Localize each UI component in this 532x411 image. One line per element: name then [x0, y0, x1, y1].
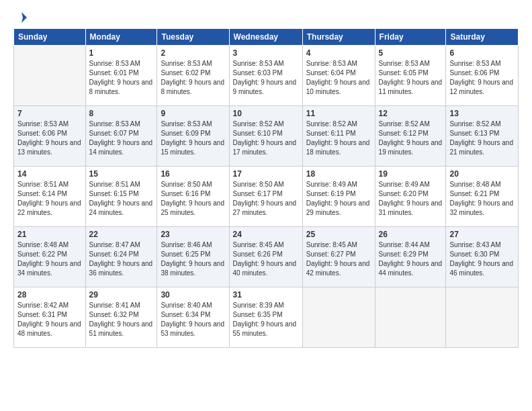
calendar-cell: 19Sunrise: 8:49 AMSunset: 6:20 PMDayligh… [375, 167, 446, 227]
calendar-cell: 17Sunrise: 8:50 AMSunset: 6:17 PMDayligh… [229, 167, 302, 227]
day-number: 17 [233, 169, 299, 179]
day-info: Sunrise: 8:53 AMSunset: 6:09 PMDaylight:… [161, 120, 225, 157]
day-number: 26 [379, 230, 443, 239]
weekday-header-tuesday: Tuesday [157, 29, 229, 46]
weekday-header-row: SundayMondayTuesdayWednesdayThursdayFrid… [14, 29, 519, 46]
day-number: 19 [379, 169, 443, 179]
calendar-cell: 28Sunrise: 8:42 AMSunset: 6:31 PMDayligh… [14, 287, 86, 348]
day-number: 2 [161, 48, 225, 58]
calendar-cell: 16Sunrise: 8:50 AMSunset: 6:16 PMDayligh… [157, 167, 229, 227]
day-number: 18 [306, 169, 371, 179]
calendar-cell: 11Sunrise: 8:52 AMSunset: 6:11 PMDayligh… [302, 106, 375, 167]
day-number: 13 [449, 109, 515, 118]
calendar-week-row: 14Sunrise: 8:51 AMSunset: 6:14 PMDayligh… [14, 167, 519, 227]
calendar-cell: 26Sunrise: 8:44 AMSunset: 6:29 PMDayligh… [375, 227, 446, 287]
calendar-cell: 8Sunrise: 8:53 AMSunset: 6:07 PMDaylight… [85, 106, 157, 167]
day-number: 10 [233, 109, 299, 118]
calendar-cell: 12Sunrise: 8:52 AMSunset: 6:12 PMDayligh… [375, 106, 446, 167]
day-number: 6 [449, 48, 515, 58]
weekday-header-sunday: Sunday [14, 29, 86, 46]
header [13, 11, 519, 21]
day-info: Sunrise: 8:53 AMSunset: 6:02 PMDaylight:… [161, 59, 225, 97]
calendar-cell: 30Sunrise: 8:40 AMSunset: 6:34 PMDayligh… [157, 287, 229, 348]
day-info: Sunrise: 8:42 AMSunset: 6:31 PMDaylight:… [17, 301, 82, 338]
day-number: 11 [306, 109, 371, 118]
weekday-header-saturday: Saturday [446, 29, 519, 46]
logo-icon [15, 11, 28, 24]
day-number: 3 [233, 48, 299, 58]
calendar-cell: 31Sunrise: 8:39 AMSunset: 6:35 PMDayligh… [229, 287, 302, 348]
calendar-cell: 5Sunrise: 8:53 AMSunset: 6:05 PMDaylight… [375, 46, 446, 106]
day-info: Sunrise: 8:49 AMSunset: 6:19 PMDaylight:… [306, 180, 371, 218]
calendar-week-row: 7Sunrise: 8:53 AMSunset: 6:06 PMDaylight… [14, 106, 519, 167]
day-number: 20 [449, 169, 515, 179]
weekday-header-friday: Friday [375, 29, 446, 46]
day-number: 25 [306, 230, 371, 239]
day-info: Sunrise: 8:45 AMSunset: 6:26 PMDaylight:… [233, 240, 299, 278]
calendar-cell: 4Sunrise: 8:53 AMSunset: 6:04 PMDaylight… [302, 46, 375, 106]
calendar-cell: 25Sunrise: 8:45 AMSunset: 6:27 PMDayligh… [302, 227, 375, 287]
calendar-cell: 3Sunrise: 8:53 AMSunset: 6:03 PMDaylight… [229, 46, 302, 106]
calendar-cell: 2Sunrise: 8:53 AMSunset: 6:02 PMDaylight… [157, 46, 229, 106]
weekday-header-monday: Monday [85, 29, 157, 46]
day-number: 28 [17, 290, 82, 300]
day-info: Sunrise: 8:53 AMSunset: 6:04 PMDaylight:… [306, 59, 371, 97]
day-number: 4 [306, 48, 371, 58]
day-info: Sunrise: 8:53 AMSunset: 6:05 PMDaylight:… [379, 59, 443, 97]
calendar-cell: 22Sunrise: 8:47 AMSunset: 6:24 PMDayligh… [85, 227, 157, 287]
calendar-cell: 23Sunrise: 8:46 AMSunset: 6:25 PMDayligh… [157, 227, 229, 287]
calendar-week-row: 28Sunrise: 8:42 AMSunset: 6:31 PMDayligh… [14, 287, 519, 348]
calendar-cell [446, 287, 519, 348]
day-info: Sunrise: 8:51 AMSunset: 6:14 PMDaylight:… [17, 180, 82, 218]
day-info: Sunrise: 8:46 AMSunset: 6:25 PMDaylight:… [161, 240, 225, 278]
calendar-cell: 29Sunrise: 8:41 AMSunset: 6:32 PMDayligh… [85, 287, 157, 348]
day-info: Sunrise: 8:45 AMSunset: 6:27 PMDaylight:… [306, 240, 371, 278]
calendar-cell [375, 287, 446, 348]
day-number: 23 [161, 230, 225, 239]
day-number: 1 [89, 48, 154, 58]
day-number: 27 [449, 230, 515, 239]
day-info: Sunrise: 8:39 AMSunset: 6:35 PMDaylight:… [233, 301, 299, 338]
calendar-cell: 6Sunrise: 8:53 AMSunset: 6:06 PMDaylight… [446, 46, 519, 106]
day-info: Sunrise: 8:52 AMSunset: 6:11 PMDaylight:… [306, 120, 371, 157]
day-number: 22 [89, 230, 154, 239]
day-info: Sunrise: 8:40 AMSunset: 6:34 PMDaylight:… [161, 301, 225, 338]
calendar-cell: 21Sunrise: 8:48 AMSunset: 6:22 PMDayligh… [14, 227, 86, 287]
calendar-cell: 10Sunrise: 8:52 AMSunset: 6:10 PMDayligh… [229, 106, 302, 167]
day-info: Sunrise: 8:50 AMSunset: 6:17 PMDaylight:… [233, 180, 299, 218]
day-info: Sunrise: 8:43 AMSunset: 6:30 PMDaylight:… [449, 240, 515, 278]
calendar-cell: 7Sunrise: 8:53 AMSunset: 6:06 PMDaylight… [14, 106, 86, 167]
day-number: 16 [161, 169, 225, 179]
weekday-header-thursday: Thursday [302, 29, 375, 46]
day-info: Sunrise: 8:52 AMSunset: 6:10 PMDaylight:… [233, 120, 299, 157]
day-info: Sunrise: 8:48 AMSunset: 6:21 PMDaylight:… [449, 180, 515, 218]
calendar-week-row: 21Sunrise: 8:48 AMSunset: 6:22 PMDayligh… [14, 227, 519, 287]
weekday-header-wednesday: Wednesday [229, 29, 302, 46]
day-number: 5 [379, 48, 443, 58]
calendar-table: SundayMondayTuesdayWednesdayThursdayFrid… [13, 28, 519, 348]
day-number: 9 [161, 109, 225, 118]
day-info: Sunrise: 8:53 AMSunset: 6:07 PMDaylight:… [89, 120, 154, 157]
calendar-cell: 20Sunrise: 8:48 AMSunset: 6:21 PMDayligh… [446, 167, 519, 227]
calendar-cell: 14Sunrise: 8:51 AMSunset: 6:14 PMDayligh… [14, 167, 86, 227]
calendar-cell: 24Sunrise: 8:45 AMSunset: 6:26 PMDayligh… [229, 227, 302, 287]
calendar-cell: 13Sunrise: 8:52 AMSunset: 6:13 PMDayligh… [446, 106, 519, 167]
day-number: 14 [17, 169, 82, 179]
day-number: 30 [161, 290, 225, 300]
calendar-cell: 15Sunrise: 8:51 AMSunset: 6:15 PMDayligh… [85, 167, 157, 227]
calendar-cell: 27Sunrise: 8:43 AMSunset: 6:30 PMDayligh… [446, 227, 519, 287]
calendar-cell [14, 46, 86, 106]
calendar-week-row: 1Sunrise: 8:53 AMSunset: 6:01 PMDaylight… [14, 46, 519, 106]
day-number: 31 [233, 290, 299, 300]
day-number: 12 [379, 109, 443, 118]
day-info: Sunrise: 8:41 AMSunset: 6:32 PMDaylight:… [89, 301, 154, 338]
day-info: Sunrise: 8:52 AMSunset: 6:13 PMDaylight:… [449, 120, 515, 157]
page: SundayMondayTuesdayWednesdayThursdayFrid… [0, 0, 532, 411]
calendar-cell: 9Sunrise: 8:53 AMSunset: 6:09 PMDaylight… [157, 106, 229, 167]
day-info: Sunrise: 8:53 AMSunset: 6:06 PMDaylight:… [449, 59, 515, 97]
day-info: Sunrise: 8:53 AMSunset: 6:01 PMDaylight:… [89, 59, 154, 97]
day-info: Sunrise: 8:51 AMSunset: 6:15 PMDaylight:… [89, 180, 154, 218]
day-number: 15 [89, 169, 154, 179]
logo [13, 11, 28, 21]
day-info: Sunrise: 8:49 AMSunset: 6:20 PMDaylight:… [379, 180, 443, 218]
